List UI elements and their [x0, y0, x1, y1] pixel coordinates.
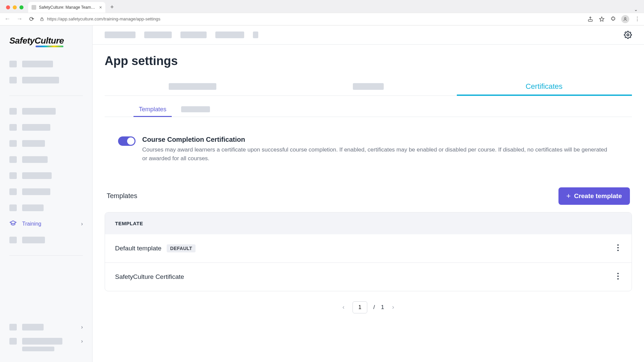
svg-point-3 — [627, 34, 629, 36]
back-button[interactable]: ← — [3, 15, 11, 23]
close-tab-icon[interactable]: × — [99, 5, 102, 10]
close-window-button[interactable] — [6, 5, 10, 9]
minimize-window-button[interactable] — [13, 5, 17, 9]
tab-certificates[interactable]: Certificates — [456, 77, 632, 96]
svg-point-7 — [618, 273, 619, 274]
templates-table: TEMPLATE Default templateDEFAULTSafetyCu… — [105, 212, 632, 291]
extensions-icon[interactable] — [610, 16, 616, 22]
svg-point-4 — [618, 244, 619, 246]
next-page-button[interactable]: › — [390, 302, 396, 312]
sidebar-item-skeleton[interactable] — [7, 184, 86, 200]
browser-menu-icon[interactable]: ⋮ — [634, 16, 641, 22]
svg-rect-1 — [588, 19, 592, 21]
svg-point-2 — [625, 17, 626, 19]
page-input[interactable] — [353, 301, 367, 313]
sidebar-item-training[interactable]: Training › — [7, 216, 86, 232]
templates-heading: Templates — [107, 192, 137, 200]
sidebar-item-skeleton[interactable]: › — [7, 335, 86, 354]
svg-point-6 — [618, 250, 619, 251]
tab-title: SafetyCulture: Manage Teams and ... — [39, 5, 97, 10]
chevron-right-icon: › — [81, 338, 83, 344]
main-content: App settings Certificates Templates Cour… — [93, 25, 644, 362]
tabs-dropdown-icon[interactable]: ⌄ — [631, 7, 641, 12]
table-column-header: TEMPLATE — [105, 213, 632, 234]
svg-point-9 — [618, 278, 619, 280]
primary-tab-skeleton[interactable] — [280, 77, 456, 96]
sidebar-item-skeleton[interactable] — [7, 232, 86, 248]
new-tab-button[interactable]: + — [107, 3, 117, 12]
app-logo[interactable]: SafetyCulture — [0, 33, 92, 56]
browser-chrome: SafetyCulture: Manage Teams and ... × + … — [0, 0, 644, 25]
topbar — [93, 25, 644, 44]
sidebar-item-skeleton[interactable] — [7, 72, 86, 88]
breadcrumb-skeleton — [144, 32, 172, 38]
sidebar-item-skeleton[interactable] — [7, 200, 86, 216]
secondary-tabs: Templates — [105, 96, 632, 117]
row-menu-button[interactable] — [614, 243, 622, 254]
prev-page-button[interactable]: ‹ — [340, 302, 346, 312]
sidebar-item-skeleton[interactable] — [7, 119, 86, 135]
template-name: SafetyCulture Certificate — [115, 273, 184, 281]
setting-description: Courses may award learners a certificate… — [142, 145, 612, 163]
chevron-right-icon: › — [81, 324, 83, 330]
pagination: ‹ / 1 › — [105, 301, 632, 313]
chevron-right-icon: › — [81, 221, 83, 227]
browser-tab[interactable]: SafetyCulture: Manage Teams and ... × — [28, 2, 105, 13]
settings-gear-icon[interactable] — [624, 31, 632, 39]
breadcrumb-skeleton — [215, 32, 244, 38]
sidebar-item-skeleton[interactable] — [7, 103, 86, 119]
svg-point-8 — [618, 276, 619, 277]
table-row[interactable]: Default templateDEFAULT — [105, 234, 632, 262]
graduation-cap-icon — [9, 220, 17, 228]
sidebar-item-skeleton[interactable] — [7, 56, 86, 72]
primary-tab-skeleton[interactable] — [105, 77, 280, 96]
create-template-button[interactable]: + Create template — [558, 187, 630, 205]
sidebar: SafetyCulture Training › — [0, 25, 93, 362]
sidebar-item-label: Training — [22, 221, 41, 227]
share-icon[interactable] — [587, 16, 594, 22]
sidebar-item-skeleton[interactable] — [7, 168, 86, 184]
plus-icon: + — [567, 192, 571, 200]
page-title: App settings — [105, 54, 632, 68]
fullscreen-window-button[interactable] — [19, 5, 23, 9]
profile-avatar-icon[interactable] — [621, 15, 629, 23]
tab-favicon — [32, 5, 36, 10]
svg-rect-0 — [41, 19, 43, 20]
window-controls — [4, 5, 27, 13]
sidebar-item-skeleton[interactable] — [7, 135, 86, 152]
setting-title: Course Completion Certification — [142, 136, 612, 143]
primary-tabs: Certificates — [105, 77, 632, 96]
breadcrumb-skeleton — [105, 32, 136, 38]
reload-button[interactable]: ⟳ — [28, 15, 36, 23]
row-menu-button[interactable] — [614, 272, 622, 282]
course-completion-toggle[interactable] — [118, 136, 136, 146]
sidebar-item-skeleton[interactable] — [7, 152, 86, 168]
sidebar-item-skeleton[interactable]: › — [7, 319, 86, 335]
total-pages: 1 — [381, 304, 384, 311]
default-badge: DEFAULT — [167, 244, 196, 252]
lock-icon — [40, 17, 44, 21]
address-bar[interactable]: https://app.safetyculture.com/training-m… — [40, 16, 583, 21]
table-row[interactable]: SafetyCulture Certificate — [105, 262, 632, 291]
svg-point-5 — [618, 247, 619, 248]
template-name: Default template — [115, 245, 161, 252]
breadcrumb-skeleton — [253, 32, 258, 38]
breadcrumb-skeleton — [180, 32, 207, 38]
secondary-tab-skeleton[interactable] — [174, 102, 217, 117]
url-text: https://app.safetyculture.com/training-m… — [47, 16, 160, 21]
forward-button[interactable]: → — [15, 15, 23, 23]
bookmark-star-icon[interactable] — [598, 16, 605, 22]
tab-templates[interactable]: Templates — [131, 102, 174, 117]
